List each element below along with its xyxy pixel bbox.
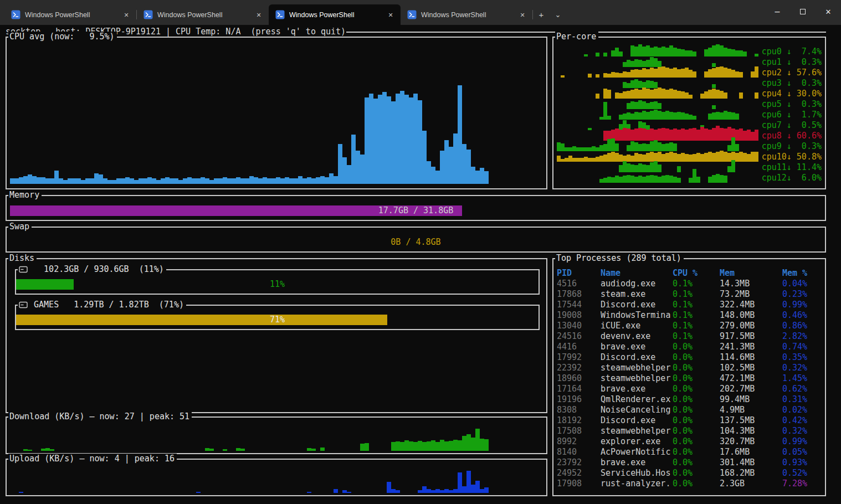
cell-pid: 8992 bbox=[557, 436, 601, 447]
chart-bar bbox=[170, 178, 174, 184]
chart-bar bbox=[28, 174, 32, 184]
powershell-icon bbox=[11, 10, 20, 19]
chart-bar bbox=[347, 492, 351, 493]
tab-windows-powershell-2[interactable]: Windows PowerShell✕ bbox=[137, 4, 269, 25]
chart-bar bbox=[311, 449, 316, 451]
tab-windows-powershell-4[interactable]: Windows PowerShell✕ bbox=[401, 4, 532, 25]
chart-bar bbox=[302, 178, 307, 184]
chart-bar bbox=[223, 177, 227, 184]
download-chart bbox=[10, 425, 543, 451]
minimize-button[interactable]: – bbox=[765, 0, 790, 23]
close-tab-icon[interactable]: ✕ bbox=[122, 11, 131, 19]
chart-bar bbox=[68, 178, 72, 184]
close-tab-icon[interactable]: ✕ bbox=[254, 11, 263, 19]
chart-bar bbox=[471, 167, 475, 184]
chart-bar bbox=[280, 178, 285, 184]
chart-bar bbox=[334, 176, 338, 184]
cell-name: brave.exe bbox=[601, 457, 673, 468]
memory-usage-label: 17.7GB / 31.8GB bbox=[10, 205, 822, 216]
chart-bar bbox=[422, 486, 427, 493]
chart-bar bbox=[156, 180, 161, 184]
chart-bar bbox=[409, 97, 413, 184]
close-window-button[interactable]: ✕ bbox=[816, 0, 841, 23]
cell-pid: 13040 bbox=[557, 321, 601, 331]
process-row: 19196QmlRenderer.ex0.0%99.4MB0.31% bbox=[557, 394, 824, 405]
core-label: cpu12↓ 6.0% bbox=[762, 173, 822, 183]
cell-cpu: 0.0% bbox=[673, 405, 720, 415]
core-label: cpu2 ↓ 57.6% bbox=[762, 68, 822, 78]
swap-meter: 0B / 4.8GB bbox=[10, 237, 822, 248]
disk-games-header: GAMES 1.29TB / 1.82TB (71%) bbox=[18, 300, 186, 310]
cell-pid: 4516 bbox=[557, 279, 601, 289]
process-row: 24516devenv.exe0.1%917.5MB2.82% bbox=[557, 331, 824, 342]
chart-bar bbox=[41, 449, 45, 451]
cell-mem: 279.0MB bbox=[720, 321, 782, 331]
chart-bar bbox=[178, 180, 183, 184]
chart-bar bbox=[422, 442, 427, 451]
chart-bar bbox=[37, 177, 41, 184]
tab-strip: Windows PowerShell✕Windows PowerShell✕Wi… bbox=[0, 0, 533, 25]
chart-bar bbox=[285, 177, 289, 184]
cell-mem: 114.6MB bbox=[720, 352, 782, 363]
cell-cpu: 0.0% bbox=[673, 426, 720, 436]
tab-windows-powershell-1[interactable]: Windows PowerShell✕ bbox=[4, 4, 136, 25]
cell-name: NoiseCanceling bbox=[601, 405, 673, 415]
cell-cpu: 0.1% bbox=[673, 289, 720, 300]
new-tab-button[interactable]: + bbox=[533, 6, 550, 23]
cell-mem: 104.3MB bbox=[720, 426, 782, 436]
chart-bar bbox=[475, 481, 480, 493]
disk-games-meter: 71% bbox=[16, 315, 539, 325]
process-row: 8308NoiseCanceling0.0%4.9MB0.02% bbox=[557, 405, 824, 415]
process-row: 13040iCUE.exe0.1%279.0MB0.86% bbox=[557, 321, 824, 331]
cell-mem-pct: 0.62% bbox=[782, 384, 824, 394]
close-tab-icon[interactable]: ✕ bbox=[518, 11, 527, 19]
chart-bar bbox=[480, 168, 484, 184]
cpu-avg-title: CPU avg (now: 9.5%) bbox=[8, 32, 117, 42]
cell-name: devenv.exe bbox=[601, 331, 673, 342]
chart-bar bbox=[320, 176, 325, 184]
maximize-button[interactable] bbox=[790, 0, 816, 23]
titlebar-drag-region[interactable] bbox=[566, 0, 765, 25]
cell-mem: 137.5MB bbox=[720, 415, 782, 426]
chart-bar bbox=[369, 94, 373, 184]
chart-bar bbox=[431, 490, 435, 493]
chart-bar bbox=[107, 180, 112, 184]
cell-mem: 148.0MB bbox=[720, 310, 782, 321]
cell-pid: 22392 bbox=[557, 363, 601, 373]
close-tab-icon[interactable]: ✕ bbox=[386, 11, 395, 19]
cell-mem: 320.7MB bbox=[720, 436, 782, 447]
chart-bar bbox=[435, 442, 440, 451]
disks-title: Disks bbox=[8, 253, 37, 264]
chart-bar bbox=[453, 489, 458, 493]
chart-bar bbox=[431, 440, 435, 451]
top-processes-title: Top Processes (289 total) bbox=[555, 253, 684, 264]
tab-dropdown-button[interactable]: ⌄ bbox=[550, 6, 566, 23]
chart-bar bbox=[449, 147, 453, 184]
chart-bar bbox=[245, 178, 249, 184]
chart-bar bbox=[404, 440, 409, 451]
chart-bar bbox=[196, 492, 201, 493]
chart-bar bbox=[347, 165, 351, 184]
download-panel: Download (KB/s) — now: 27 | peak: 51 bbox=[6, 416, 547, 454]
tab-windows-powershell-3[interactable]: Windows PowerShell✕ bbox=[269, 4, 401, 25]
cell-cpu: 0.1% bbox=[673, 310, 720, 321]
chart-bar bbox=[94, 173, 99, 184]
terminal-viewport[interactable]: socktop — host: DESKTOP-9P19121 | CPU Te… bbox=[0, 25, 841, 504]
cell-mem: 102.5MB bbox=[720, 363, 782, 373]
chart-bar bbox=[418, 441, 422, 451]
chart-bar bbox=[139, 178, 143, 184]
chart-bar bbox=[147, 177, 152, 184]
chart-bar bbox=[471, 485, 475, 493]
disks-panel: Disks 102.3GB / 930.6GB (11%) 11% GAMES … bbox=[6, 258, 547, 413]
powershell-icon bbox=[143, 10, 153, 19]
cell-mem-pct: 7.28% bbox=[782, 479, 824, 489]
chart-bar bbox=[54, 171, 59, 184]
cell-cpu: 0.0% bbox=[673, 415, 720, 426]
cell-cpu: 0.0% bbox=[673, 436, 720, 447]
upload-title: Upload (KB/s) — now: 4 | peak: 16 bbox=[8, 454, 177, 464]
chart-bar bbox=[400, 91, 404, 184]
cell-pid: 17908 bbox=[557, 479, 601, 489]
chart-bar bbox=[342, 490, 347, 493]
chart-bar bbox=[365, 97, 369, 184]
chart-bar bbox=[391, 101, 396, 184]
